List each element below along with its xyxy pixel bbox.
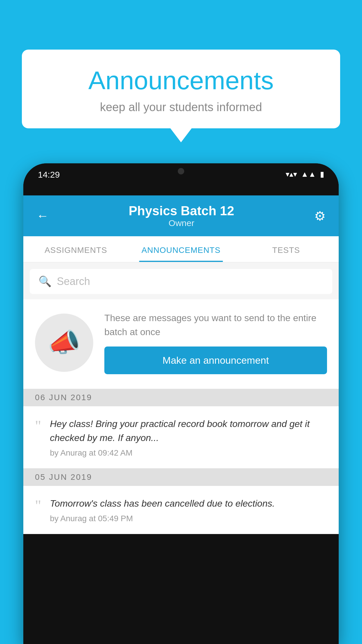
phone-frame: 14:29 ▾▴▾ ▲▲ ▮ ← Physics Batch 12 Owner … — [23, 163, 339, 644]
make-announcement-button[interactable]: Make an announcement — [104, 346, 327, 374]
announcement-text-2: Tomorrow's class has been cancelled due … — [50, 496, 327, 510]
batch-title: Physics Batch 12 — [129, 204, 234, 218]
header-title-block: Physics Batch 12 Owner — [129, 204, 234, 228]
search-placeholder: Search — [57, 275, 90, 288]
status-time: 14:29 — [38, 170, 60, 180]
app-header: ← Physics Batch 12 Owner ⚙ — [23, 195, 339, 236]
tab-tests[interactable]: TESTS — [233, 236, 339, 262]
quote-icon-2: " — [35, 498, 41, 513]
quote-icon-1: " — [35, 419, 41, 434]
bubble-subtitle: keep all your students informed — [39, 101, 323, 114]
batch-role: Owner — [129, 218, 234, 228]
tab-assignments[interactable]: ASSIGNMENTS — [23, 236, 129, 262]
announcement-text-1: Hey class! Bring your practical record b… — [50, 417, 327, 445]
promo-right: These are messages you want to send to t… — [104, 311, 327, 374]
content-area: 🔍 Search 📣 These are messages you want t… — [23, 262, 339, 534]
announcement-meta-2: by Anurag at 05:49 PM — [50, 514, 327, 523]
promo-description: These are messages you want to send to t… — [104, 311, 327, 339]
tab-bar: ASSIGNMENTS ANNOUNCEMENTS TESTS — [23, 236, 339, 262]
back-button[interactable]: ← — [36, 209, 49, 223]
status-icons: ▾▴▾ ▲▲ ▮ — [286, 170, 324, 179]
notch-camera — [178, 168, 184, 174]
announcement-item-1[interactable]: " Hey class! Bring your practical record… — [23, 406, 339, 468]
date-separator-1: 06 JUN 2019 — [23, 389, 339, 406]
speech-bubble: Announcements keep all your students inf… — [22, 50, 340, 128]
megaphone-icon: 📣 — [48, 327, 80, 358]
bubble-title: Announcements — [39, 66, 323, 95]
announcement-meta-1: by Anurag at 09:42 AM — [50, 448, 327, 458]
megaphone-circle: 📣 — [35, 314, 93, 372]
promo-card: 📣 These are messages you want to send to… — [23, 299, 339, 389]
announcement-item-2[interactable]: " Tomorrow's class has been cancelled du… — [23, 486, 339, 534]
date-separator-2: 05 JUN 2019 — [23, 468, 339, 486]
tab-announcements[interactable]: ANNOUNCEMENTS — [129, 236, 234, 262]
battery-icon: ▮ — [320, 170, 324, 179]
announcement-text-block-1: Hey class! Bring your practical record b… — [50, 417, 327, 458]
wifi-icon: ▾▴▾ — [286, 170, 297, 179]
search-bar[interactable]: 🔍 Search — [30, 269, 332, 294]
phone-notch — [158, 163, 204, 179]
search-icon: 🔍 — [38, 275, 52, 288]
signal-icon: ▲▲ — [301, 170, 316, 179]
announcement-text-block-2: Tomorrow's class has been cancelled due … — [50, 496, 327, 523]
settings-icon[interactable]: ⚙ — [314, 209, 326, 223]
